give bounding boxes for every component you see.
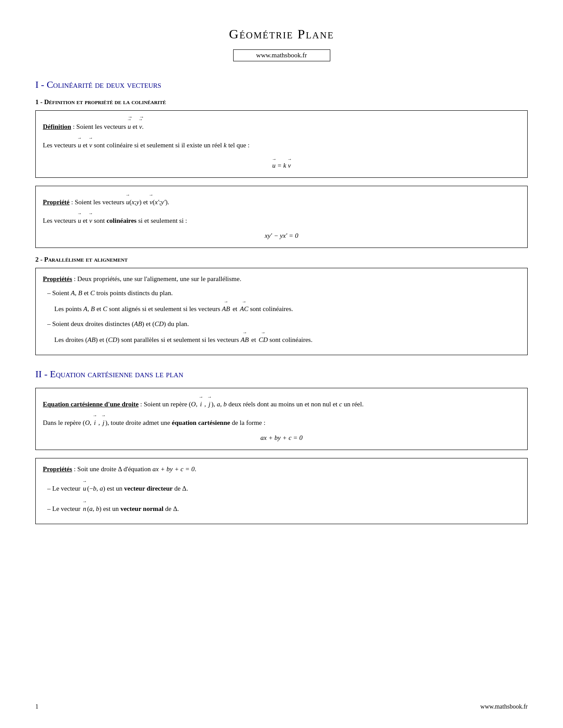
subsection-1-1: 1 - Définition et propriété de la coliné… — [35, 98, 528, 248]
vec-u: →u — [128, 116, 131, 132]
bullet-1-detail: Les points A, B et C sont alignés si et … — [47, 305, 293, 312]
section-2-title: II - Equation cartésienne dans le plan — [35, 368, 528, 380]
propriete-label-1: Propriété — [43, 199, 70, 206]
definition-label: Définition — [43, 123, 71, 130]
vec-v: →v — [139, 116, 142, 132]
subsection-1-1-title: 1 - Définition et propriété de la coliné… — [35, 98, 528, 106]
propriete-text-2: Les vecteurs →u et →v sont colinéaires s… — [43, 210, 520, 226]
footer-website: www.mathsbook.fr — [480, 703, 528, 710]
proprietes-box-2: Propriétés : Soit une droite Δ d'équatio… — [35, 458, 528, 524]
bullet-1: Soient A, B et C trois points distincts … — [47, 288, 520, 314]
bullet-2: Soient deux droites distinctes (AB) et (… — [47, 319, 520, 345]
subsection-1-2-title: 2 - Parallélisme et alignement — [35, 256, 528, 263]
footer: 1 www.mathsbook.fr — [0, 703, 563, 710]
section-2: II - Equation cartésienne dans le plan E… — [35, 368, 528, 524]
proprietes-bullets: Le vecteur →u (−b, a) est un vecteur dir… — [43, 478, 520, 514]
formula-2: xy′ − yx′ = 0 — [43, 232, 520, 240]
page-title: Géométrie Plane — [35, 26, 528, 41]
normal-bullet: Le vecteur →n (a, b) est un vecteur norm… — [47, 498, 520, 514]
section-1: I - Colinéarité de deux vecteurs 1 - Déf… — [35, 79, 528, 355]
parallelisme-box: Propriétés : Deux propriétés, une sur l'… — [35, 268, 528, 355]
proprietes-label-2: Propriétés — [43, 465, 72, 473]
equation-box: Equation cartésienne d'une droite : Soie… — [35, 388, 528, 450]
definition-text-1: Définition : Soient les vecteurs →u et →… — [43, 116, 520, 132]
website-link: www.mathsbook.fr — [233, 49, 330, 61]
footer-page: 1 — [35, 703, 38, 710]
definition-box: Définition : Soient les vecteurs →u et →… — [35, 110, 528, 178]
parallelisme-intro: Propriétés : Deux propriétés, une sur l'… — [43, 274, 520, 284]
section-1-title: I - Colinéarité de deux vecteurs — [35, 79, 528, 90]
equation-text-2: Dans le repère (O, →i , →j ), toute droi… — [43, 412, 520, 428]
formula-1: →u = k →v — [43, 157, 520, 169]
propriete-box-1: Propriété : Soient les vecteurs →u (x;y)… — [35, 186, 528, 248]
propriete-text-1: Propriété : Soient les vecteurs →u (x;y)… — [43, 191, 520, 207]
proprietes-label: Propriétés — [43, 275, 72, 282]
directeur-bullet: Le vecteur →u (−b, a) est un vecteur dir… — [47, 478, 520, 494]
formula-3: ax + by + c = 0 — [43, 434, 520, 442]
subsection-1-2: 2 - Parallélisme et alignement Propriété… — [35, 256, 528, 355]
parallelisme-bullets: Soient A, B et C trois points distincts … — [43, 288, 520, 345]
definition-text-2: Les vecteurs →u et →v sont colinéaire si… — [43, 135, 520, 150]
equation-label: Equation cartésienne d'une droite — [43, 401, 139, 408]
bullet-2-detail: Les droites (AB) et (CD) sont parallèles… — [47, 336, 313, 343]
equation-text-1: Equation cartésienne d'une droite : Soie… — [43, 394, 520, 409]
proprietes-text-2-1: Propriétés : Soit une droite Δ d'équatio… — [43, 464, 520, 474]
